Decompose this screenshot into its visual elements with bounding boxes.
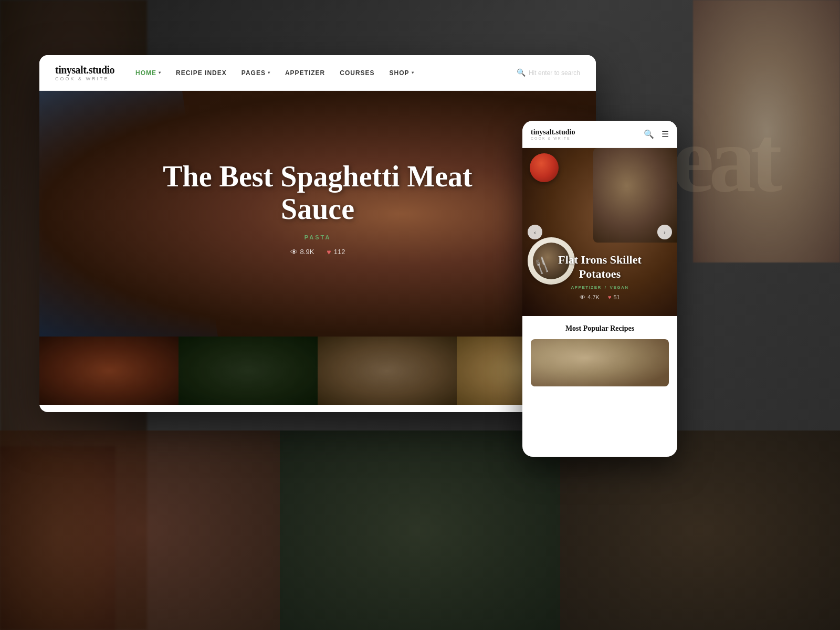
thumb-3-overlay [318,337,457,405]
mobile-nav: tinysalt.studio COOK & WRITE 🔍 ☰ [522,121,677,148]
bg-panel-3 [560,430,840,630]
mobile-popular-section: Most Popular Recipes [522,316,677,395]
pages-chevron-icon: ▾ [268,70,270,75]
desktop-browser-window: tinysalt.studio COOK & WRITE HOME ▾ RECI… [39,55,596,412]
mobile-hero: 🍴 ‹ › Flat Irons Skillet Potatoes APPETI… [522,148,677,316]
desktop-logo[interactable]: tinysalt.studio COOK & WRITE [55,64,114,81]
mobile-nav-icons: 🔍 ☰ [644,129,669,139]
mobile-device-window: tinysalt.studio COOK & WRITE 🔍 ☰ 🍴 ‹ › [522,121,677,457]
mobile-tag-appetizer: APPETIZER [571,285,601,290]
nav-link-shop[interactable]: SHOP ▾ [390,69,414,77]
mobile-likes-stat: ♥ 51 [608,294,620,300]
mobile-popular-image-overlay [531,339,669,386]
mobile-search-icon[interactable]: 🔍 [644,129,654,139]
bg-panel-2 [280,430,560,630]
mobile-logo-name: tinysalt.studio [531,128,575,136]
shop-chevron-icon: ▾ [412,70,414,75]
desktop-search-area[interactable]: 🔍 Hit enter to search [517,68,580,77]
heart-icon: ♥ [327,248,331,256]
thumbnail-2[interactable] [178,337,318,405]
thumbnail-3[interactable] [318,337,457,405]
bg-decorative-text: eat [672,105,777,214]
hero-title[interactable]: The Best Spaghetti Meat Sauce [134,161,501,225]
carousel-next-button[interactable]: › [657,225,672,239]
nav-link-pages[interactable]: PAGES ▾ [242,69,270,77]
mobile-menu-icon[interactable]: ☰ [662,129,669,139]
nav-link-courses[interactable]: COURSES [340,69,374,77]
desktop-logo-tagline: COOK & WRITE [55,76,114,81]
desktop-nav-links: HOME ▾ RECIPE INDEX PAGES ▾ APPETIZER CO… [135,69,517,77]
nav-link-home[interactable]: HOME ▾ [135,69,161,77]
desktop-logo-name: tinysalt.studio [55,64,114,76]
mobile-hero-content: Flat Irons Skillet Potatoes APPETIZER / … [522,253,677,300]
mobile-popular-title: Most Popular Recipes [531,324,669,333]
mobile-logo-tagline: COOK & WRITE [531,136,575,140]
mobile-views-stat: 👁 4.7K [580,294,600,300]
hero-stats: 👁 8.9K ♥ 112 [290,248,345,256]
hero-likes-count: 112 [334,248,345,256]
desktop-nav: tinysalt.studio COOK & WRITE HOME ▾ RECI… [39,55,596,91]
bg-panel-1 [0,430,280,630]
hero-views-count: 8.9K [300,248,314,256]
eye-icon: 👁 [290,248,298,256]
mobile-sauce-bowl [530,153,559,182]
mobile-heart-icon: ♥ [608,294,612,300]
hero-content: The Best Spaghetti Meat Sauce PASTA 👁 8.… [39,91,596,337]
mobile-logo[interactable]: tinysalt.studio COOK & WRITE [531,128,575,140]
thumbnail-1[interactable] [39,337,178,405]
thumb-2-overlay [178,337,318,405]
mobile-hero-title[interactable]: Flat Irons Skillet Potatoes [543,253,656,281]
search-icon: 🔍 [517,68,526,77]
mobile-tag-vegan: VEGAN [610,285,629,290]
home-chevron-icon: ▾ [159,70,161,75]
nav-link-recipe-index[interactable]: RECIPE INDEX [176,69,227,77]
mobile-likes-count: 51 [613,294,620,300]
mobile-hero-tags: APPETIZER / VEGAN [543,285,656,290]
bg-bottom-food [0,430,840,630]
mobile-views-count: 4.7K [587,294,600,300]
search-placeholder-text: Hit enter to search [529,69,580,77]
hero-likes-stat: ♥ 112 [327,248,345,256]
desktop-hero: The Best Spaghetti Meat Sauce PASTA 👁 8.… [39,91,596,337]
hero-category[interactable]: PASTA [304,234,331,240]
mobile-tag-separator: / [605,285,607,290]
thumbnails-row [39,337,596,405]
mobile-hero-stats: 👁 4.7K ♥ 51 [543,294,656,300]
mobile-eye-icon: 👁 [580,294,585,300]
mobile-popular-image[interactable] [531,339,669,386]
carousel-prev-button[interactable]: ‹ [528,225,542,239]
hero-views-stat: 👁 8.9K [290,248,314,256]
thumb-1-overlay [39,337,178,405]
nav-link-appetizer[interactable]: APPETIZER [285,69,325,77]
